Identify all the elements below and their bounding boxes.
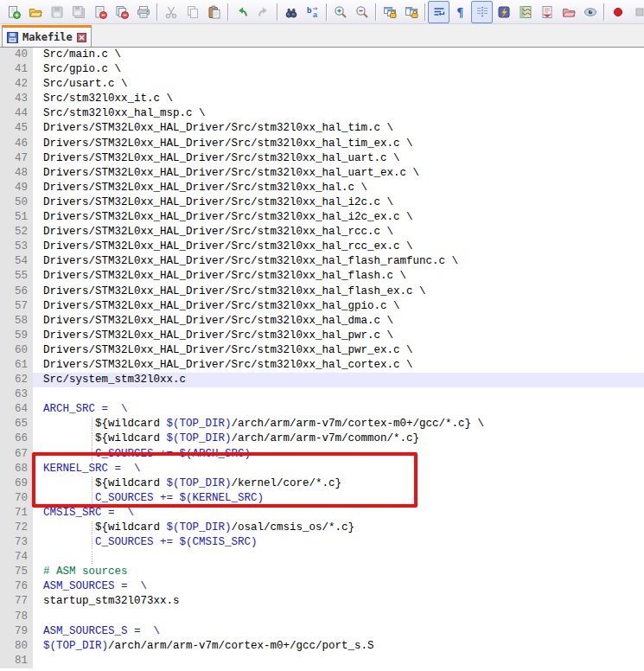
- copy-button[interactable]: [182, 1, 203, 23]
- editor-line-69[interactable]: 69 ${wildcard $(TOP_DIR)/kernel/core/*.c…: [0, 476, 644, 491]
- print-button[interactable]: [132, 1, 154, 23]
- word-wrap-button[interactable]: [428, 1, 450, 23]
- editor-line-75[interactable]: 75# ASM sources: [0, 565, 644, 579]
- editor-line-71[interactable]: 71CMSIS_SRC = \: [0, 506, 644, 521]
- editor-line-74[interactable]: 74: [0, 550, 644, 565]
- line-code: Drivers/STM32L0xx_HAL_Driver/Src/stm32l0…: [33, 151, 644, 166]
- zoom-in-button[interactable]: [329, 1, 351, 23]
- close-button[interactable]: [89, 1, 111, 23]
- paste-button[interactable]: [203, 1, 225, 23]
- redo-button[interactable]: [252, 1, 274, 23]
- line-number: 56: [0, 284, 33, 299]
- undo-button[interactable]: [231, 1, 252, 23]
- editor-line-76[interactable]: 76ASM_SOURCES = \: [0, 579, 644, 594]
- undo-icon: [235, 5, 249, 19]
- svg-text:¶: ¶: [456, 6, 463, 19]
- editor-line-50[interactable]: 50Drivers/STM32L0xx_HAL_Driver/Src/stm32…: [0, 195, 644, 210]
- toolbar-separator: [603, 3, 604, 21]
- editor-line-52[interactable]: 52Drivers/STM32L0xx_HAL_Driver/Src/stm32…: [0, 225, 644, 240]
- editor-line-53[interactable]: 53Drivers/STM32L0xx_HAL_Driver/Src/stm32…: [0, 240, 644, 254]
- editor-line-60[interactable]: 60Drivers/STM32L0xx_HAL_Driver/Src/stm32…: [0, 343, 644, 358]
- line-number: 76: [0, 579, 33, 594]
- function-list-button[interactable]: [493, 1, 514, 23]
- line-code: ARCH_SRC = \: [33, 402, 644, 417]
- find-button[interactable]: [280, 1, 302, 23]
- close-all-button[interactable]: [111, 1, 132, 23]
- macro-stop-button[interactable]: [628, 1, 644, 23]
- close-all-icon: [115, 5, 129, 19]
- doc-switcher-button[interactable]: [536, 1, 558, 23]
- editor-line-40[interactable]: 40Src/main.c \: [0, 48, 644, 62]
- editor-line-61[interactable]: 61Drivers/STM32L0xx_HAL_Driver/Src/stm32…: [0, 358, 644, 373]
- monitoring-button[interactable]: [579, 1, 601, 23]
- close-tab-icon[interactable]: [77, 33, 86, 42]
- editor-line-49[interactable]: 49Drivers/STM32L0xx_HAL_Driver/Src/stm32…: [0, 181, 644, 195]
- editor-line-70[interactable]: 70 C_SOURCES += $(KERNEL_SRC): [0, 491, 644, 506]
- line-number: 70: [0, 491, 33, 506]
- editor-line-57[interactable]: 57Drivers/STM32L0xx_HAL_Driver/Src/stm32…: [0, 299, 644, 314]
- editor-line-68[interactable]: 68KERNEL_SRC = \: [0, 462, 644, 476]
- line-code: ${wildcard $(TOP_DIR)/kernel/core/*.c}: [33, 476, 644, 491]
- editor-line-55[interactable]: 55Drivers/STM32L0xx_HAL_Driver/Src/stm32…: [0, 269, 644, 284]
- editor-lines: 40Src/main.c \41Src/gpio.c \42Src/usart.…: [0, 48, 644, 668]
- editor-line-54[interactable]: 54Drivers/STM32L0xx_HAL_Driver/Src/stm32…: [0, 254, 644, 269]
- editor-line-63[interactable]: 63: [0, 387, 644, 402]
- editor-line-81[interactable]: 81: [0, 654, 644, 668]
- line-number: 60: [0, 343, 33, 358]
- editor-line-45[interactable]: 45Drivers/STM32L0xx_HAL_Driver/Src/stm32…: [0, 121, 644, 136]
- editor-line-48[interactable]: 48Drivers/STM32L0xx_HAL_Driver/Src/stm32…: [0, 166, 644, 181]
- tab-label: Makefile: [22, 31, 73, 43]
- sync-horizontal-button[interactable]: [400, 1, 422, 23]
- editor-line-73[interactable]: 73 C_SOURCES += $(CMSIS_SRC): [0, 535, 644, 550]
- line-code: Src/system_stm32l0xx.c: [33, 373, 644, 387]
- indent-guide-button[interactable]: [471, 1, 493, 23]
- editor-line-78[interactable]: 78: [0, 610, 644, 624]
- open-folder-button[interactable]: [24, 1, 46, 23]
- tab-makefile[interactable]: Makefile: [2, 25, 92, 47]
- editor-line-66[interactable]: 66 ${wildcard $(TOP_DIR)/arch/arm/arm-v7…: [0, 431, 644, 446]
- line-code: Drivers/STM32L0xx_HAL_Driver/Src/stm32l0…: [33, 329, 644, 343]
- line-number: 71: [0, 506, 33, 521]
- replace-button[interactable]: ba: [302, 1, 323, 23]
- line-number: 62: [0, 373, 33, 387]
- editor-line-64[interactable]: 64ARCH_SRC = \: [0, 402, 644, 417]
- editor-line-62[interactable]: 62Src/system_stm32l0xx.c: [0, 373, 644, 387]
- editor-line-41[interactable]: 41Src/gpio.c \: [0, 62, 644, 77]
- line-code: Drivers/STM32L0xx_HAL_Driver/Src/stm32l0…: [33, 358, 644, 373]
- line-code: Drivers/STM32L0xx_HAL_Driver/Src/stm32l0…: [33, 254, 644, 269]
- editor-line-67[interactable]: 67 C_SOURCES += $(ARCH_SRC): [0, 447, 644, 462]
- monitoring-icon: [583, 5, 597, 19]
- line-number: 40: [0, 48, 33, 62]
- line-code: Drivers/STM32L0xx_HAL_Driver/Src/stm32l0…: [33, 314, 644, 329]
- folder-as-workspace-button[interactable]: [558, 1, 579, 23]
- macro-record-button[interactable]: [607, 1, 628, 23]
- editor[interactable]: 40Src/main.c \41Src/gpio.c \42Src/usart.…: [0, 48, 644, 668]
- editor-line-72[interactable]: 72 ${wildcard $(TOP_DIR)/osal/cmsis_os/*…: [0, 521, 644, 535]
- editor-line-59[interactable]: 59Drivers/STM32L0xx_HAL_Driver/Src/stm32…: [0, 329, 644, 343]
- editor-line-58[interactable]: 58Drivers/STM32L0xx_HAL_Driver/Src/stm32…: [0, 314, 644, 329]
- editor-line-42[interactable]: 42Src/usart.c \: [0, 77, 644, 92]
- editor-line-51[interactable]: 51Drivers/STM32L0xx_HAL_Driver/Src/stm32…: [0, 210, 644, 225]
- editor-line-43[interactable]: 43Src/stm32l0xx_it.c \: [0, 92, 644, 106]
- editor-line-77[interactable]: 77startup_stm32l073xx.s: [0, 594, 644, 609]
- indent-guide-icon: [475, 5, 489, 19]
- editor-line-80[interactable]: 80$(TOP_DIR)/arch/arm/arm-v7m/cortex-m0+…: [0, 639, 644, 654]
- save-button[interactable]: [46, 1, 67, 23]
- editor-line-46[interactable]: 46Drivers/STM32L0xx_HAL_Driver/Src/stm32…: [0, 137, 644, 151]
- zoom-out-button[interactable]: [351, 1, 373, 23]
- save-all-button[interactable]: [67, 1, 89, 23]
- show-all-characters-button[interactable]: ¶: [450, 1, 471, 23]
- editor-line-47[interactable]: 47Drivers/STM32L0xx_HAL_Driver/Src/stm32…: [0, 151, 644, 166]
- line-code: Drivers/STM32L0xx_HAL_Driver/Src/stm32l0…: [33, 269, 644, 284]
- editor-line-79[interactable]: 79ASM_SOURCES_S = \: [0, 624, 644, 639]
- cut-button[interactable]: [160, 1, 182, 23]
- line-number: 43: [0, 92, 33, 106]
- editor-line-44[interactable]: 44Src/stm32l0xx_hal_msp.c \: [0, 106, 644, 121]
- sync-vertical-button[interactable]: [379, 1, 400, 23]
- new-file-button[interactable]: [3, 1, 24, 23]
- editor-line-56[interactable]: 56Drivers/STM32L0xx_HAL_Driver/Src/stm32…: [0, 284, 644, 299]
- editor-line-65[interactable]: 65 ${wildcard $(TOP_DIR)/arch/arm/arm-v7…: [0, 417, 644, 431]
- zoom-in-icon: [334, 5, 348, 19]
- copy-icon: [186, 5, 200, 19]
- document-map-button[interactable]: [514, 1, 536, 23]
